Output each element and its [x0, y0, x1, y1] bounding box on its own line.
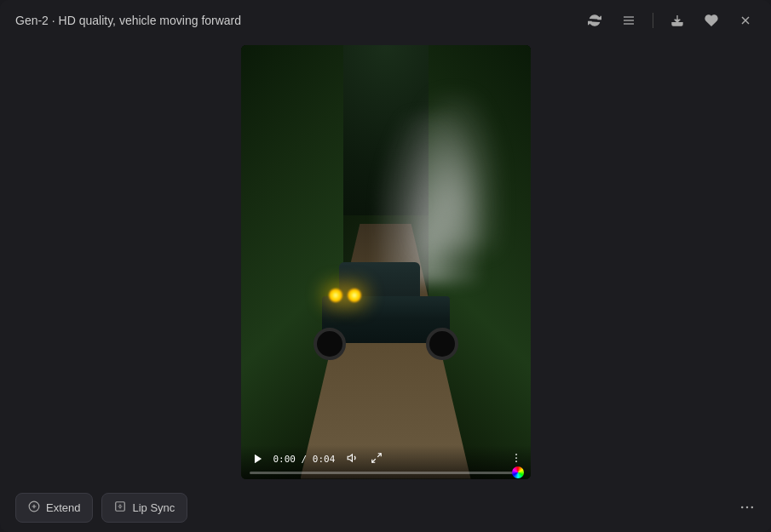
svg-marker-7: [348, 454, 353, 460]
video-player[interactable]: 0:00 / 0:04: [241, 45, 531, 479]
header-actions: [584, 10, 756, 31]
refresh-icon[interactable]: [584, 10, 605, 31]
heart-icon[interactable]: [701, 10, 722, 31]
svg-point-12: [515, 460, 517, 462]
svg-point-21: [746, 506, 749, 509]
main-content: 0:00 / 0:04: [0, 41, 771, 483]
car-wheel-right: [426, 328, 458, 360]
scene-smoke2: [411, 96, 497, 249]
video-more-icon[interactable]: [510, 452, 522, 466]
menu-icon[interactable]: [619, 10, 639, 31]
svg-point-11: [515, 457, 517, 459]
app-container: Gen-2 · HD quality, vehicle moving forwa…: [0, 0, 771, 532]
extend-button[interactable]: Extend: [15, 493, 93, 523]
volume-icon[interactable]: [347, 452, 359, 466]
time-display: 0:00 / 0:04: [273, 454, 336, 465]
lip-sync-icon: [114, 501, 126, 515]
lip-sync-button[interactable]: Lip Sync: [101, 493, 187, 523]
footer-left: Extend Lip Sync: [15, 493, 187, 523]
fullscreen-icon[interactable]: [371, 452, 383, 466]
footer-more-button[interactable]: [739, 499, 756, 516]
video-controls: 0:00 / 0:04: [241, 445, 531, 479]
headlight-right: [348, 289, 361, 302]
progress-bar[interactable]: [250, 472, 522, 474]
svg-line-9: [372, 459, 376, 462]
car: [309, 258, 463, 369]
headlight-left: [329, 289, 342, 302]
svg-marker-6: [254, 455, 261, 464]
svg-point-22: [751, 506, 754, 509]
svg-point-10: [515, 454, 517, 455]
svg-point-20: [741, 506, 744, 509]
header-title: Gen-2 · HD quality, vehicle moving forwa…: [15, 14, 241, 27]
lip-sync-label: Lip Sync: [132, 501, 175, 514]
header-divider: [653, 13, 653, 28]
controls-row: 0:00 / 0:04: [250, 452, 522, 466]
play-button[interactable]: [250, 453, 267, 465]
header: Gen-2 · HD quality, vehicle moving forwa…: [0, 0, 771, 41]
extend-label: Extend: [46, 501, 80, 514]
svg-line-8: [378, 453, 382, 456]
color-wheel-indicator: [512, 466, 524, 478]
footer: Extend Lip Sync: [0, 483, 771, 532]
close-icon[interactable]: [735, 10, 756, 31]
download-icon[interactable]: [667, 10, 688, 31]
extend-icon: [28, 501, 40, 515]
video-background: [241, 45, 531, 479]
car-wheel-left: [314, 328, 346, 360]
